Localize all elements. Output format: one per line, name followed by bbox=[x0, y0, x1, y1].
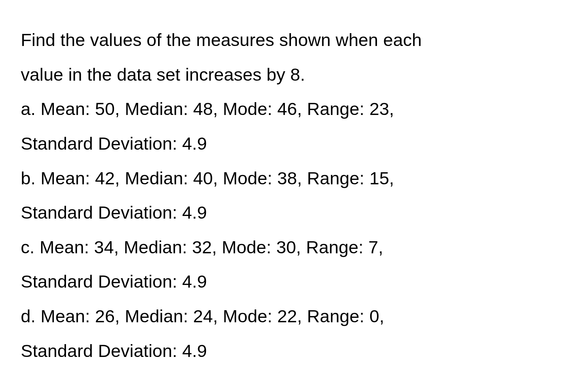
option-d-line-1: d. Mean: 26, Median: 24, Mode: 22, Range… bbox=[21, 299, 545, 334]
option-b-line-1: b. Mean: 42, Median: 40, Mode: 38, Range… bbox=[21, 161, 545, 196]
option-c-line-1: c. Mean: 34, Median: 32, Mode: 30, Range… bbox=[21, 230, 545, 265]
option-a-line-2: Standard Deviation: 4.9 bbox=[21, 126, 545, 161]
document-page: Find the values of the measures shown wh… bbox=[0, 0, 566, 392]
option-b-line-2: Standard Deviation: 4.9 bbox=[21, 195, 545, 230]
question-line-2: value in the data set increases by 8. bbox=[21, 57, 545, 92]
option-d-line-2: Standard Deviation: 4.9 bbox=[21, 334, 545, 368]
option-a-line-1: a. Mean: 50, Median: 48, Mode: 46, Range… bbox=[21, 92, 545, 126]
option-c-line-2: Standard Deviation: 4.9 bbox=[21, 264, 545, 299]
question-line-1: Find the values of the measures shown wh… bbox=[21, 23, 545, 57]
